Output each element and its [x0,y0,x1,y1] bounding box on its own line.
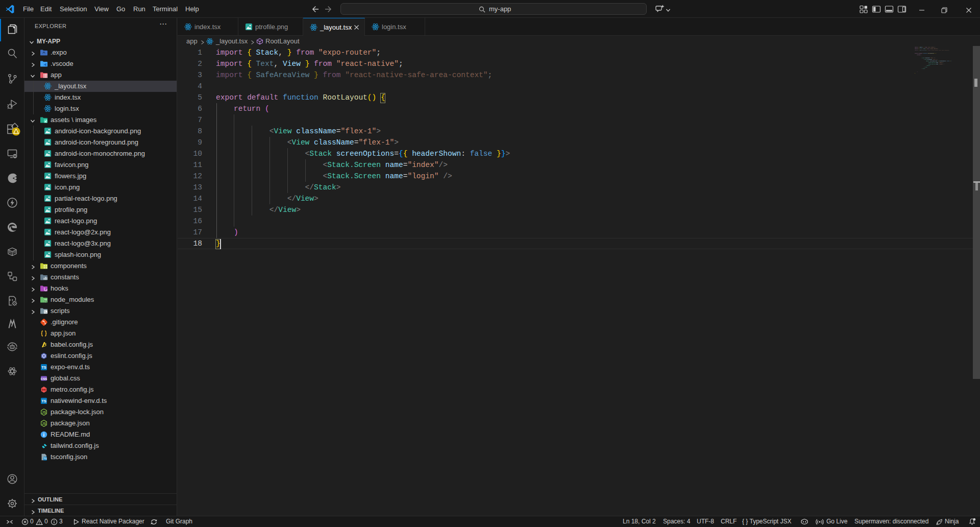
svg-text:TS: TS [43,457,47,460]
svg-text:CSS: CSS [41,377,47,380]
svg-text:JS: JS [42,422,46,425]
svg-text:JS: JS [42,411,46,414]
svg-text:TS: TS [41,399,46,403]
svg-text:TS: TS [41,365,46,370]
